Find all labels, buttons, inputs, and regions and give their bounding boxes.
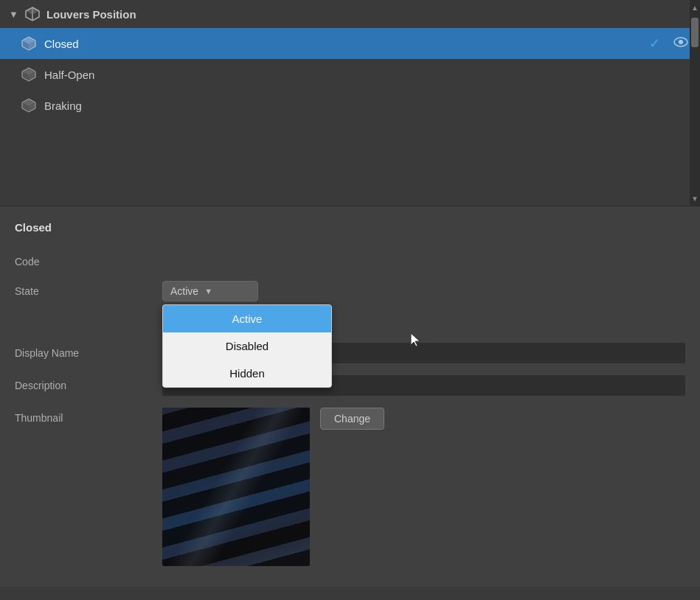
thumbnail-image: [162, 408, 310, 566]
thumbnail-label: Thumbnail: [15, 408, 162, 424]
state-current-value: Active: [170, 285, 198, 297]
code-row: Code: [0, 245, 700, 275]
scroll-down-arrow[interactable]: ▼: [690, 191, 700, 206]
tree-panel: ▼ Louvers Position Closed ✓: [0, 0, 700, 206]
tree-header-title: Louvers Position: [46, 8, 136, 21]
dropdown-option-hidden[interactable]: Hidden: [163, 360, 331, 387]
tree-item-closed[interactable]: Closed ✓: [0, 28, 700, 59]
half-open-item-label: Half-Open: [44, 69, 94, 81]
description-row: Description: [0, 369, 700, 402]
dropdown-arrow-icon: ▼: [204, 287, 212, 296]
dropdown-option-disabled[interactable]: Disabled: [163, 332, 331, 360]
state-dropdown-container: Active ▼ Active Disabled Hidden: [162, 281, 685, 301]
half-open-cube-icon: [21, 66, 37, 83]
scrollbar-thumb[interactable]: [691, 18, 699, 47]
closed-item-label: Closed: [44, 38, 79, 50]
property-editor: Closed Code State Active ▼ Active Disabl…: [0, 206, 700, 587]
state-dropdown-menu: Active Disabled Hidden: [162, 304, 332, 388]
display-name-row: Display Name: [0, 337, 700, 369]
thumbnail-row: Thumbnail Change: [0, 402, 700, 572]
scrollbar[interactable]: ▲ ▼: [690, 0, 700, 206]
editor-section-title: Closed: [0, 221, 700, 245]
braking-cube-icon: [21, 97, 37, 114]
code-label: Code: [15, 251, 162, 268]
display-name-label: Display Name: [15, 343, 162, 359]
state-row: State Active ▼ Active Disabled Hidden: [0, 275, 700, 307]
dropdown-option-active[interactable]: Active: [163, 305, 331, 332]
scroll-up-arrow[interactable]: ▲: [690, 0, 700, 15]
closed-cube-icon: [21, 35, 37, 52]
braking-item-label: Braking: [44, 100, 82, 112]
change-thumbnail-button[interactable]: Change: [320, 408, 384, 430]
tree-collapse-arrow[interactable]: ▼: [9, 9, 18, 20]
tree-item-half-open[interactable]: Half-Open: [0, 59, 700, 90]
louvers-position-icon: [24, 6, 41, 22]
svg-point-9: [679, 40, 683, 44]
state-label: State: [15, 281, 162, 297]
thumbnail-area: Change: [162, 408, 384, 566]
tree-header: ▼ Louvers Position: [0, 0, 700, 28]
eye-icon[interactable]: [673, 37, 688, 50]
description-label: Description: [15, 375, 162, 391]
state-dropdown-button[interactable]: Active ▼: [162, 281, 258, 301]
check-icon: ✓: [649, 35, 660, 52]
tree-item-braking[interactable]: Braking: [0, 90, 700, 121]
